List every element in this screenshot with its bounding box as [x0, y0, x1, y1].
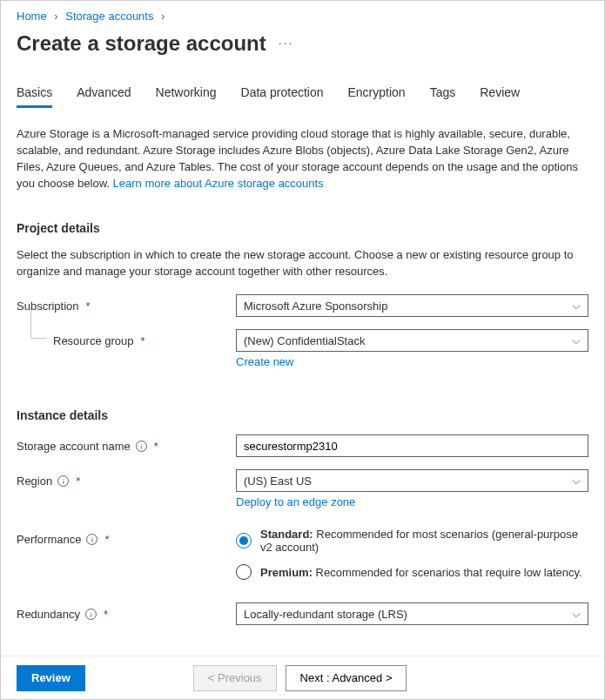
performance-premium-label: Premium: Recommended for scenarios that …: [260, 566, 582, 579]
resource-group-label: Resource group*: [17, 329, 236, 347]
subscription-value: Microsoft Azure Sponsorship: [244, 300, 387, 313]
tab-advanced[interactable]: Advanced: [77, 80, 131, 108]
section-instance-details-title: Instance details: [17, 408, 588, 422]
region-dropdown[interactable]: (US) East US: [236, 469, 588, 492]
storage-account-name-label: Storage account name i *: [17, 434, 236, 453]
create-new-resource-group-link[interactable]: Create new: [236, 355, 293, 368]
breadcrumb-storage-accounts[interactable]: Storage accounts: [65, 10, 153, 23]
tab-review[interactable]: Review: [480, 80, 520, 108]
deploy-edge-zone-link[interactable]: Deploy to an edge zone: [236, 495, 355, 508]
info-icon[interactable]: i: [57, 475, 69, 487]
redundancy-value: Locally-redundant storage (LRS): [244, 608, 407, 621]
storage-account-name-input[interactable]: [236, 434, 588, 457]
subscription-dropdown[interactable]: Microsoft Azure Sponsorship: [236, 294, 588, 317]
tab-data-protection[interactable]: Data protection: [241, 80, 324, 108]
tab-networking[interactable]: Networking: [156, 80, 217, 108]
chevron-right-icon: ›: [50, 10, 62, 23]
region-label: Region i *: [17, 469, 236, 488]
section-project-details-title: Project details: [17, 221, 588, 235]
resource-group-dropdown[interactable]: (New) ConfidentialStack: [236, 329, 588, 352]
learn-more-link[interactable]: Learn more about Azure storage accounts: [113, 177, 324, 190]
intro-description: Azure Storage is a Microsoft-managed ser…: [17, 126, 588, 192]
page-title: Create a storage account: [17, 28, 266, 57]
performance-premium-radio[interactable]: [236, 564, 252, 580]
chevron-down-icon: [572, 476, 581, 485]
review-button[interactable]: Review: [17, 665, 85, 691]
chevron-down-icon: [572, 609, 581, 618]
tab-tags[interactable]: Tags: [430, 80, 456, 108]
performance-label: Performance i *: [17, 528, 236, 546]
previous-button: < Previous: [193, 665, 277, 691]
tab-bar: Basics Advanced Networking Data protecti…: [17, 80, 588, 109]
performance-standard-radio[interactable]: [236, 533, 252, 549]
chevron-right-icon: ›: [157, 10, 169, 23]
tab-encryption[interactable]: Encryption: [348, 80, 406, 108]
chevron-down-icon: [572, 336, 581, 345]
redundancy-label: Redundancy i *: [17, 602, 236, 621]
breadcrumb: Home › Storage accounts ›: [17, 8, 588, 28]
section-project-details-desc: Select the subscription in which to crea…: [17, 247, 588, 280]
redundancy-dropdown[interactable]: Locally-redundant storage (LRS): [236, 602, 588, 625]
subscription-label: Subscription*: [17, 294, 236, 313]
tab-basics[interactable]: Basics: [17, 80, 52, 108]
performance-standard-label: Standard: Recommended for most scenarios…: [260, 528, 588, 554]
info-icon[interactable]: i: [85, 609, 97, 620]
chevron-down-icon: [572, 301, 581, 310]
info-icon[interactable]: i: [136, 441, 147, 452]
region-value: (US) East US: [244, 475, 312, 488]
info-icon[interactable]: i: [86, 534, 97, 545]
more-actions-button[interactable]: ···: [279, 36, 294, 50]
resource-group-value: (New) ConfidentialStack: [244, 334, 365, 347]
wizard-footer: Review < Previous Next : Advanced >: [1, 656, 604, 699]
breadcrumb-home[interactable]: Home: [17, 10, 47, 23]
next-button[interactable]: Next : Advanced >: [286, 665, 407, 691]
